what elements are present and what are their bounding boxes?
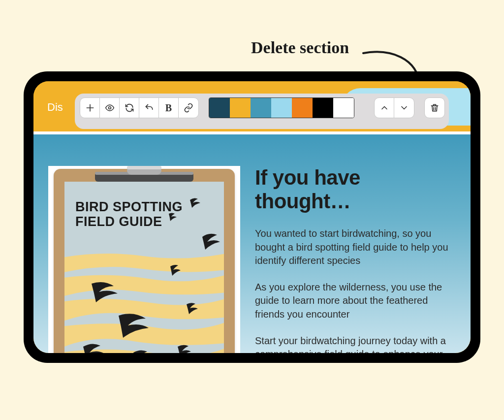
swatch-6[interactable] <box>313 98 333 118</box>
svg-rect-4 <box>127 166 161 169</box>
svg-point-0 <box>108 107 111 109</box>
plus-icon <box>85 103 95 113</box>
move-button-group <box>374 97 414 118</box>
eye-icon <box>105 103 115 113</box>
add-button[interactable] <box>80 98 100 118</box>
color-palette <box>209 97 354 118</box>
section-content: BIRD SPOTTING FIELD GUIDE If you have th… <box>33 131 471 353</box>
delete-section-button[interactable] <box>424 97 445 118</box>
swatch-1[interactable] <box>209 98 230 118</box>
swatch-2[interactable] <box>230 98 251 118</box>
annotation-label: Delete section <box>251 38 349 57</box>
swatch-3[interactable] <box>251 98 271 118</box>
guide-title: BIRD SPOTTING FIELD GUIDE <box>75 199 183 229</box>
link-icon <box>184 103 193 113</box>
tablet-frame: Dis B <box>24 71 480 363</box>
clipboard-board: BIRD SPOTTING FIELD GUIDE <box>54 169 235 353</box>
clipboard-clip <box>93 166 196 183</box>
move-up-button[interactable] <box>375 98 394 118</box>
chevron-up-icon <box>379 103 389 113</box>
clipboard-image: BIRD SPOTTING FIELD GUIDE <box>48 166 240 353</box>
preview-button[interactable] <box>100 98 120 118</box>
refresh-icon <box>125 103 134 113</box>
content-heading[interactable]: If you have thought… <box>255 166 451 213</box>
undo-icon <box>144 103 154 113</box>
content-paragraph-1[interactable]: You wanted to start birdwatching, so you… <box>255 227 451 268</box>
screen: Dis B <box>33 81 471 353</box>
bold-button[interactable]: B <box>159 98 179 118</box>
refresh-button[interactable] <box>120 98 139 118</box>
swatch-7[interactable] <box>333 98 354 118</box>
content-paragraph-2[interactable]: As you explore the wilderness, you use t… <box>255 281 451 322</box>
section-toolbar: B <box>75 94 449 129</box>
swatch-5[interactable] <box>292 98 313 118</box>
chevron-down-icon <box>399 103 409 113</box>
move-down-button[interactable] <box>394 98 414 118</box>
content-text-column: If you have thought… You wanted to start… <box>255 166 451 353</box>
link-button[interactable] <box>179 98 198 118</box>
undo-button[interactable] <box>139 98 159 118</box>
trash-icon <box>430 103 440 113</box>
swatch-4[interactable] <box>271 98 292 118</box>
content-paragraph-3[interactable]: Start your birdwatching journey today wi… <box>255 334 451 353</box>
edit-button-group: B <box>80 97 199 118</box>
header-partial-text: Dis <box>47 101 63 114</box>
guide-paper: BIRD SPOTTING FIELD GUIDE <box>64 182 224 353</box>
header-bar: Dis B <box>33 81 471 131</box>
